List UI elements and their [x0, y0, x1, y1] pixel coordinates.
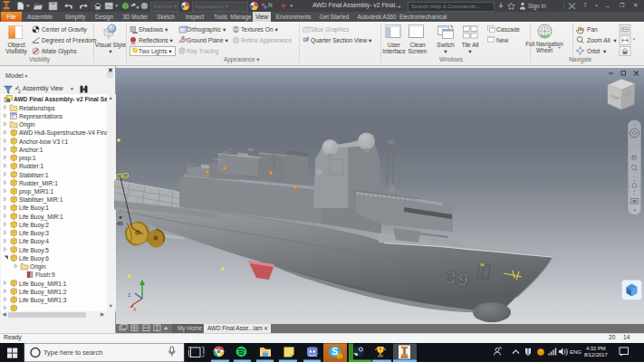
svg-text:Z: Z [128, 292, 131, 298]
svg-text:R: R [499, 346, 502, 350]
svg-text:X: X [133, 307, 137, 312]
svg-text:2: 2 [18, 89, 21, 94]
svg-text:39: 39 [444, 266, 471, 291]
svg-text:45: 45 [117, 221, 123, 226]
